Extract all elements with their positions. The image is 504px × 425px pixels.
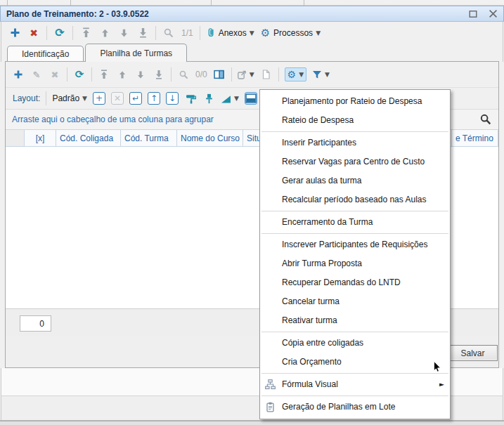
- grid-row-count: 0: [20, 315, 51, 332]
- toolbar-separator: [278, 67, 279, 81]
- processos-dropdown[interactable]: ⚙ Processos ▼: [261, 25, 321, 41]
- toolbar-separator: [155, 26, 156, 40]
- toolbar-separator: [231, 67, 232, 81]
- menu-item-rateio-de-despesa[interactable]: Rateio de Despesa: [260, 111, 450, 130]
- grid-refresh-button[interactable]: ⟳: [73, 67, 86, 82]
- menu-item-recalcular-periodo[interactable]: Recalcular período baseado nas Aulas: [260, 190, 450, 209]
- menu-item-cancelar-turma[interactable]: Cancelar turma: [260, 292, 450, 311]
- export-icon: [238, 70, 247, 79]
- titlebar[interactable]: Plano de Treinamento: 2 - 03.9.0522: [0, 6, 504, 22]
- menu-item-inscrever-participantes[interactable]: Inscrever Participantes de Requisições: [260, 235, 450, 254]
- add-record-button[interactable]: [8, 25, 21, 41]
- layout-delete-button[interactable]: ✕: [111, 92, 124, 105]
- column-header-nome-do-curso[interactable]: Nome do Curso: [177, 130, 243, 146]
- previous-record-button[interactable]: [98, 25, 111, 41]
- anexos-label: Anexos: [219, 28, 247, 38]
- column-header-cod-coligada[interactable]: Cód. Coligada: [56, 130, 121, 146]
- tab-planilha-de-turmas[interactable]: Planilha de Turmas: [85, 44, 187, 62]
- chart-icon: [221, 93, 231, 104]
- menu-item-abrir-turma-proposta[interactable]: Abrir Turma Proposta: [260, 254, 450, 273]
- column-header-termino[interactable]: e Término: [452, 130, 498, 146]
- layout-export-button[interactable]: ↑: [148, 92, 160, 105]
- mouse-cursor: [434, 361, 441, 372]
- toolbar-separator: [200, 26, 200, 40]
- menu-separator: [261, 233, 448, 234]
- menu-item-formula-visual[interactable]: Fórmula Visual ►: [260, 375, 450, 394]
- grid-add-button[interactable]: [12, 67, 25, 82]
- chevron-down-icon: ▼: [250, 30, 254, 37]
- search-records-button[interactable]: [162, 25, 175, 41]
- grid-previous-button[interactable]: [116, 67, 129, 82]
- grid-last-button[interactable]: [153, 67, 165, 82]
- menu-item-gerar-aulas[interactable]: Gerar aulas da turma: [260, 171, 450, 190]
- menu-item-planejamento-por-rateio[interactable]: Planejamento por Rateio de Despesa: [260, 92, 450, 111]
- layout-selector-dropdown[interactable]: Padrão ▼: [52, 91, 87, 106]
- formula-visual-icon: [265, 379, 276, 390]
- gear-icon: ⚙: [261, 27, 270, 39]
- tabstrip: Identificação Planilha de Turmas: [1, 44, 503, 62]
- layout-add-button[interactable]: +: [93, 92, 105, 105]
- filter-icon: [312, 70, 322, 79]
- layout-pin-button[interactable]: [202, 92, 215, 105]
- layout-apply-button[interactable]: [184, 92, 197, 105]
- layout-bottom-panel-toggle[interactable]: [245, 92, 257, 105]
- chevron-down-icon: ▼: [316, 30, 321, 37]
- menu-item-inserir-participantes[interactable]: Inserir Participantes: [260, 133, 450, 152]
- layout-chart-dropdown[interactable]: ▼: [221, 91, 239, 106]
- menu-item-reativar-turma[interactable]: Reativar turma: [260, 311, 450, 330]
- layout-import-button[interactable]: ↓: [166, 92, 179, 105]
- menu-item-copia-entre-coligadas[interactable]: Cópia entre coligadas: [260, 334, 450, 353]
- toolbar-separator: [171, 67, 172, 81]
- layout-rename-button[interactable]: ↵: [129, 92, 142, 105]
- delete-record-button[interactable]: ✖: [27, 25, 40, 41]
- background-window-strip: [0, 0, 504, 6]
- first-record-button[interactable]: [79, 25, 92, 41]
- grid-next-button[interactable]: [134, 67, 147, 82]
- toolbar-separator: [91, 67, 92, 81]
- export-dropdown[interactable]: ▼: [238, 67, 254, 82]
- grid-search-button[interactable]: [177, 67, 190, 82]
- toolbar-separator: [46, 26, 47, 40]
- submenu-arrow-icon: ►: [439, 375, 444, 394]
- grid-processes-dropdown[interactable]: ⚙ ▼: [285, 67, 306, 81]
- layout-name: Padrão: [52, 93, 79, 103]
- chevron-down-icon: ▼: [82, 95, 87, 102]
- chevron-down-icon: ▼: [250, 71, 254, 78]
- grid-delete-button[interactable]: ✖: [49, 67, 61, 82]
- next-record-button[interactable]: [117, 25, 130, 41]
- menu-item-recuperar-demandas-lntd[interactable]: Recuperar Demandas do LNTD: [260, 273, 450, 292]
- layout-label: Layout:: [13, 93, 40, 103]
- batch-sheets-icon: [265, 402, 276, 412]
- close-button[interactable]: [488, 10, 498, 18]
- save-button[interactable]: Salvar: [448, 345, 498, 361]
- grid-record-counter: 0/0: [195, 70, 207, 79]
- menu-item-geracao-planilhas-lote[interactable]: Geração de Planilhas em Lote: [260, 398, 450, 417]
- menu-separator: [261, 131, 448, 132]
- processes-context-menu: Planejamento por Rateio de Despesa Ratei…: [259, 89, 451, 419]
- window-bottom-border: [0, 420, 504, 425]
- menu-separator: [261, 395, 448, 396]
- chevron-down-icon: ▼: [234, 95, 239, 102]
- main-toolbar: ✖ ⟳ 1/1 Anexos ▼ ⚙ Processos ▼: [1, 22, 503, 44]
- grid-first-button[interactable]: [98, 67, 110, 82]
- menu-separator: [261, 211, 448, 211]
- record-counter: 1/1: [181, 28, 193, 38]
- column-chooser-button[interactable]: [213, 67, 226, 82]
- menu-item-reservar-vagas[interactable]: Reservar Vagas para Centro de Custo: [260, 152, 450, 171]
- refresh-button[interactable]: ⟳: [53, 25, 66, 41]
- menu-item-cria-orcamento[interactable]: Cria Orçamento: [260, 353, 450, 372]
- application-window: Plano de Treinamento: 2 - 03.9.0522 ✖ ⟳ …: [0, 0, 504, 425]
- last-record-button[interactable]: [136, 25, 149, 41]
- group-by-hint: Arraste aqui o cabeçalho de uma coluna p…: [12, 115, 214, 124]
- tab-identificacao[interactable]: Identificação: [7, 46, 84, 62]
- column-header-selector[interactable]: [x]: [25, 130, 56, 146]
- anexos-dropdown[interactable]: Anexos ▼: [207, 25, 254, 41]
- column-header-cod-turma[interactable]: Cód. Turma: [121, 130, 177, 146]
- maximize-button[interactable]: [468, 10, 478, 18]
- grid-edit-button[interactable]: ✎: [30, 67, 43, 82]
- filter-dropdown[interactable]: ▼: [312, 67, 330, 82]
- report-button[interactable]: [260, 67, 273, 82]
- toolbar-separator: [67, 67, 67, 81]
- grid-quick-search-button[interactable]: [479, 112, 492, 127]
- menu-item-encerramento-da-turma[interactable]: Encerramento da Turma: [260, 213, 450, 232]
